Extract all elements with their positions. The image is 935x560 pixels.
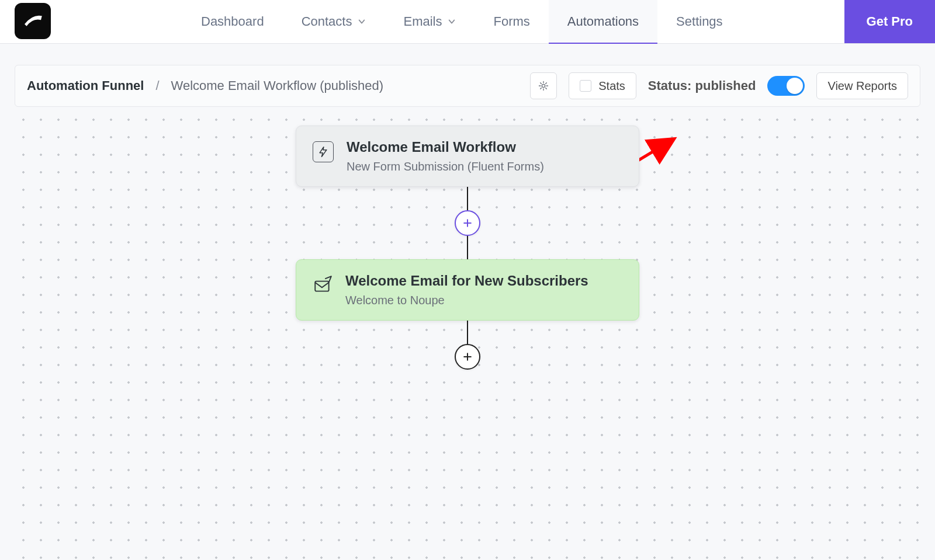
add-step-end-button[interactable]: [455, 344, 480, 370]
trigger-node[interactable]: Welcome Email Workflow New Form Submissi…: [296, 126, 639, 187]
nav-items: Dashboard Contacts Emails Forms Automati…: [65, 0, 844, 43]
connector-line: [467, 236, 468, 259]
view-reports-button[interactable]: View Reports: [816, 72, 908, 99]
connector-line: [467, 187, 468, 210]
app-logo[interactable]: [15, 3, 51, 39]
trigger-subtitle: New Form Submission (Fluent Forms): [347, 160, 544, 173]
funnel-settings-button[interactable]: [530, 72, 557, 99]
gear-icon: [538, 80, 549, 92]
nav-dashboard[interactable]: Dashboard: [182, 0, 283, 43]
nav-label: Contacts: [302, 14, 352, 29]
view-reports-label: View Reports: [827, 79, 897, 93]
svg-point-0: [542, 84, 545, 87]
bolt-icon: [313, 141, 334, 162]
nav-emails[interactable]: Emails: [385, 0, 475, 43]
status-toggle[interactable]: [767, 76, 805, 96]
nav-label: Emails: [403, 14, 442, 29]
top-nav: Dashboard Contacts Emails Forms Automati…: [0, 0, 935, 44]
add-step-button[interactable]: [455, 210, 480, 236]
connector-line: [467, 321, 468, 344]
nav-forms[interactable]: Forms: [475, 0, 548, 43]
nav-settings[interactable]: Settings: [657, 0, 742, 43]
nav-label: Settings: [676, 14, 723, 29]
plus-icon: [462, 351, 473, 363]
stats-button[interactable]: Stats: [569, 72, 636, 99]
action-node[interactable]: Welcome Email for New Subscribers Welcom…: [296, 259, 639, 321]
chevron-down-icon: [358, 18, 366, 26]
automation-flow: Welcome Email Workflow New Form Submissi…: [0, 126, 935, 370]
nav-automations[interactable]: Automations: [549, 0, 657, 43]
action-texts: Welcome Email for New Subscribers Welcom…: [345, 273, 588, 307]
workarea: Automation Funnel / Welcome Email Workfl…: [0, 44, 935, 560]
stats-label: Stats: [598, 79, 625, 93]
breadcrumb-root[interactable]: Automation Funnel: [27, 78, 144, 93]
nav-label: Automations: [567, 14, 639, 29]
nav-contacts[interactable]: Contacts: [283, 0, 385, 43]
action-subtitle: Welcome to Noupe: [345, 294, 588, 307]
breadcrumb-separator: /: [155, 78, 159, 93]
send-mail-icon: [313, 275, 333, 295]
page-header: Automation Funnel / Welcome Email Workfl…: [15, 65, 920, 107]
plus-icon: [462, 217, 473, 229]
checkbox-icon: [580, 80, 591, 92]
nav-label: Dashboard: [201, 14, 264, 29]
status-label: Status: published: [648, 78, 756, 93]
trigger-title: Welcome Email Workflow: [347, 139, 544, 155]
breadcrumb-current: Welcome Email Workflow (published): [171, 78, 384, 93]
get-pro-label: Get Pro: [867, 14, 913, 29]
get-pro-button[interactable]: Get Pro: [844, 0, 935, 43]
chevron-down-icon: [448, 18, 456, 26]
toggle-knob: [787, 78, 803, 94]
nav-label: Forms: [493, 14, 529, 29]
logo-icon: [20, 9, 45, 33]
svg-rect-2: [315, 281, 328, 291]
action-title: Welcome Email for New Subscribers: [345, 273, 588, 289]
trigger-texts: Welcome Email Workflow New Form Submissi…: [347, 139, 544, 173]
